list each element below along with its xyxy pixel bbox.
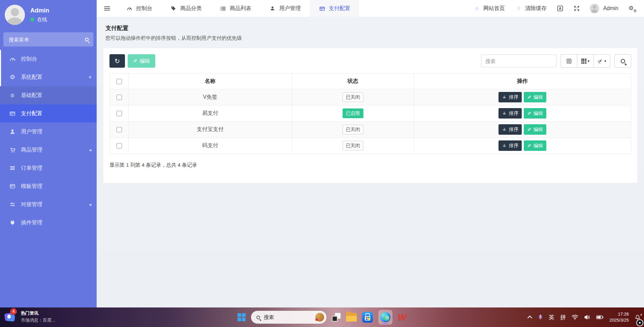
taskbar-center: 搜索 W <box>237 307 406 327</box>
edit-button[interactable]: ✎ 编辑 <box>128 54 155 68</box>
sort-button[interactable]: ↔↕排序 <box>498 92 522 102</box>
table-row: 易支付 已启用 ↔↕排序 ✎编辑 <box>110 105 631 122</box>
sidebar-item-user-management[interactable]: 用户管理 <box>0 123 97 141</box>
tab-label: 用户管理 <box>279 5 301 12</box>
taskbar-clock[interactable]: 17:26 2025/3/25 <box>609 311 629 323</box>
move-icon: ↔↕ <box>502 127 507 132</box>
payment-table: 名称 状态 操作 V免签 已关闭 ↔↕排序 ✎编辑 <box>109 73 631 154</box>
settings-cogs-icon[interactable]: ⚙ ⚙ <box>629 5 637 12</box>
user-icon <box>269 6 276 11</box>
row-edit-button[interactable]: ✎编辑 <box>524 108 546 119</box>
tab-product-category[interactable]: 商品分类 <box>161 0 211 17</box>
menu-search-input[interactable] <box>8 36 85 43</box>
sidebar-item-template-management[interactable]: 模板管理 <box>0 177 97 195</box>
taskbar-search-placeholder: 搜索 <box>264 314 312 321</box>
start-button[interactable] <box>237 313 246 321</box>
sidebar-item-plugin-management[interactable]: 插件管理 <box>0 214 97 232</box>
status-badge: 已启用 <box>343 108 363 118</box>
sidebar-item-product-management[interactable]: 商品管理 ◂ <box>0 141 97 159</box>
sort-button[interactable]: ↔↕排序 <box>498 124 522 135</box>
task-view-button[interactable] <box>332 313 341 322</box>
tachometer-icon <box>126 6 133 11</box>
user-icon <box>9 129 16 135</box>
avatar <box>590 4 599 13</box>
sidebar-item-label: 对接管理 <box>21 201 42 208</box>
sort-button[interactable]: ↔↕排序 <box>498 140 522 151</box>
nav-user-menu[interactable]: Admin <box>590 4 618 13</box>
user-status: 在线 <box>30 17 49 23</box>
tab-payment-config[interactable]: 支付配置 <box>310 0 359 17</box>
home-icon <box>473 6 481 11</box>
table-record-summary: 显示第 1 到第 4 条记录，总共 4 条记录 <box>109 162 631 168</box>
wifi-icon[interactable] <box>572 315 578 320</box>
table-header-row: 名称 状态 操作 <box>110 73 631 89</box>
select-all-checkbox[interactable] <box>117 79 122 84</box>
export-button[interactable]: ▾ <box>593 54 610 68</box>
volume-icon[interactable] <box>584 315 590 320</box>
sidebar-item-label: 系统配置 <box>21 74 42 81</box>
sidebar-item-basic-config[interactable]: ⚙ 基础配置 <box>0 86 97 104</box>
edge-browser-button[interactable] <box>378 310 392 325</box>
search-toggle-button[interactable] <box>614 54 631 68</box>
online-status-dot <box>30 18 34 22</box>
language-pinyin-indicator[interactable]: 拼 <box>560 314 566 321</box>
row-edit-button[interactable]: ✎编辑 <box>524 140 546 151</box>
search-icon[interactable] <box>85 38 89 41</box>
trash-icon <box>515 6 522 11</box>
microsoft-store-button[interactable] <box>362 312 373 323</box>
tray-time: 17:26 <box>609 311 629 317</box>
refresh-icon: ↻ <box>115 57 120 65</box>
nav-tabs: 控制台 商品分类 商品列表 用户管理 支付配置 <box>117 0 359 17</box>
battery-icon[interactable] <box>596 315 604 320</box>
system-tray: 英 拼 17:26 2025/3/25 z <box>529 307 641 327</box>
sort-button[interactable]: ↔↕排序 <box>498 108 522 119</box>
file-explorer-button[interactable] <box>346 313 357 322</box>
table-toolbar: ↻ ✎ 编辑 ▾ ▾ <box>109 54 631 68</box>
avatar[interactable] <box>5 5 25 25</box>
show-desktop-indicator[interactable] <box>636 319 643 326</box>
tray-date: 2025/3/25 <box>609 317 629 323</box>
column-header-action: 操作 <box>414 73 631 89</box>
tag-icon <box>170 6 177 11</box>
payment-name: V免签 <box>129 89 292 105</box>
row-checkbox[interactable] <box>117 143 122 149</box>
translate-icon[interactable]: A <box>557 5 564 12</box>
tab-dashboard[interactable]: 控制台 <box>117 0 161 17</box>
row-edit-button[interactable]: ✎编辑 <box>524 124 546 135</box>
tab-user-management[interactable]: 用户管理 <box>260 0 310 17</box>
notification-badge: 4 <box>10 308 17 315</box>
hamburger-menu-icon[interactable] <box>104 6 110 10</box>
row-checkbox[interactable] <box>117 127 122 132</box>
widgets-button[interactable]: 4 热门资讯 市场消息：百度... <box>3 310 55 323</box>
row-checkbox[interactable] <box>117 111 122 116</box>
table-search-input[interactable] <box>481 55 556 67</box>
taskbar-search[interactable]: 搜索 <box>251 311 326 324</box>
refresh-button[interactable]: ↻ <box>109 54 125 68</box>
sidebar-item-payment-config[interactable]: 支付配置 <box>0 104 97 123</box>
sidebar-menu-search[interactable] <box>3 32 93 46</box>
sidebar-item-dashboard[interactable]: 控制台 <box>0 50 97 68</box>
wps-office-button[interactable]: W <box>398 313 406 322</box>
sidebar: Admin 在线 控制台 ⚙ 系统配置 ▾ ⚙ 基础配置 <box>0 0 97 307</box>
tray-expand-icon[interactable] <box>527 316 532 320</box>
clear-cache-link[interactable]: 清除缓存 <box>515 5 547 12</box>
move-icon: ↔↕ <box>502 143 507 148</box>
detail-view-button[interactable] <box>560 54 577 68</box>
sidebar-item-system-config[interactable]: ⚙ 系统配置 ▾ <box>0 68 97 86</box>
row-checkbox[interactable] <box>117 95 122 100</box>
sidebar-menu: 控制台 ⚙ 系统配置 ▾ ⚙ 基础配置 支付配置 用户管理 <box>0 50 97 232</box>
tab-product-list[interactable]: 商品列表 <box>211 0 260 17</box>
column-header-name: 名称 <box>129 73 292 89</box>
row-edit-button[interactable]: ✎编辑 <box>524 92 546 102</box>
columns-button[interactable]: ▾ <box>577 54 594 68</box>
sidebar-item-integration-management[interactable]: 对接管理 ◂ <box>0 195 97 214</box>
svg-text:A: A <box>559 6 561 10</box>
pencil-icon: ✎ <box>527 143 531 148</box>
language-english-indicator[interactable]: 英 <box>549 314 554 321</box>
site-home-link[interactable]: 网站首页 <box>473 5 505 12</box>
microphone-icon[interactable] <box>538 314 543 321</box>
payment-name: 易支付 <box>129 105 292 122</box>
sidebar-item-order-management[interactable]: 订单管理 <box>0 159 97 177</box>
fullscreen-icon[interactable] <box>574 5 580 11</box>
clear-cache-label: 清除缓存 <box>525 5 547 12</box>
